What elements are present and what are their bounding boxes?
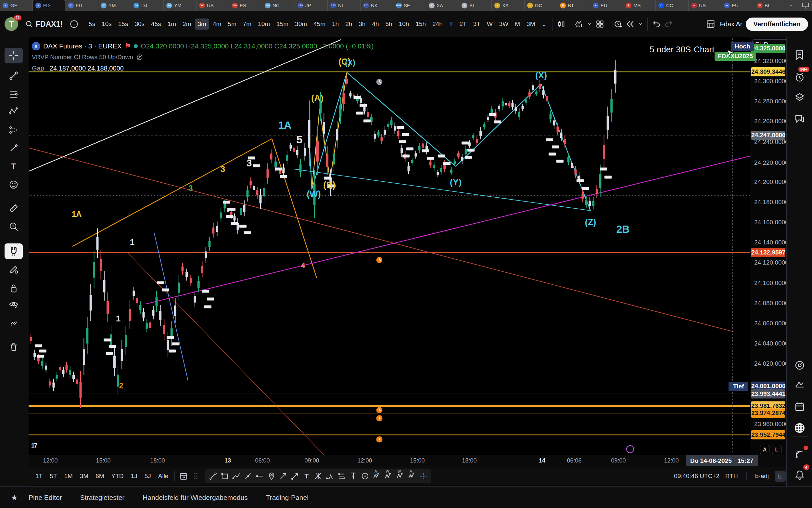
timeframe-3h[interactable]: 3h xyxy=(356,18,368,30)
timeframe-4h[interactable]: 4h xyxy=(369,18,382,30)
ruler-tool-icon[interactable] xyxy=(5,201,23,216)
timeframe-45m[interactable]: 45m xyxy=(311,18,328,30)
legend-title[interactable]: DAX Futures · 3 · EUREX xyxy=(43,42,122,50)
link-tool-icon[interactable] xyxy=(5,315,23,331)
pine-editor-tab[interactable]: Pine Editor xyxy=(29,494,62,502)
chart-plot[interactable]: (C)(X)(A)(B)(W)(X)(Y)(Z)1A2B53331A1124 X… xyxy=(29,37,751,455)
hlines-draw-icon[interactable] xyxy=(336,470,347,483)
browser-tab-fd-2[interactable]: XFD xyxy=(65,0,98,11)
timeframe-45s[interactable]: 45s xyxy=(148,18,164,30)
browser-tab-ge-0[interactable]: XGE xyxy=(0,0,33,11)
symbol-search[interactable]: FDAX1! xyxy=(25,20,63,29)
apps-panel-icon[interactable] xyxy=(791,420,808,436)
timeframe-1h[interactable]: 1h xyxy=(329,18,342,30)
browser-tab-ym-5[interactable]: 30YM xyxy=(164,0,196,11)
browser-tab-se-12[interactable]: BSESE xyxy=(393,0,426,11)
rect-draw-icon[interactable] xyxy=(219,470,231,483)
seg-draw-icon[interactable] xyxy=(207,470,219,483)
browser-tab-ni-10[interactable]: 225NI xyxy=(328,0,361,11)
chat-panel-icon[interactable] xyxy=(791,111,808,126)
arrowne-draw-icon[interactable] xyxy=(277,470,289,483)
price-scale[interactable]: EUR ⌄ AL 24.320,000024.300,000024.280,00… xyxy=(751,37,787,455)
xabcd-tool-icon[interactable] xyxy=(5,103,23,119)
broadcast-panel-icon[interactable] xyxy=(791,446,808,462)
layers-panel-icon[interactable] xyxy=(791,89,808,105)
timeframe-2h[interactable]: 2h xyxy=(342,18,355,30)
emoji-tool-icon[interactable] xyxy=(5,177,23,193)
replay-icon[interactable] xyxy=(624,18,636,30)
indicator-label[interactable]: VRVP Number Of Rows 50 Up/Down xyxy=(32,54,133,61)
timeframe-30m[interactable]: 30m xyxy=(292,18,310,30)
radar-panel-icon[interactable] xyxy=(791,357,808,373)
browser-tab-ym-3[interactable]: 30YM xyxy=(98,0,131,11)
timeframe-10h[interactable]: 10h xyxy=(396,18,412,30)
trading-field-tab[interactable]: Handelsfeld für Wiedergabemodus xyxy=(143,494,247,502)
browser-tab-bl-23[interactable]: ≋BL xyxy=(754,0,787,11)
pin-draw-icon[interactable] xyxy=(266,470,277,483)
timeframe-15s[interactable]: 15s xyxy=(115,18,131,30)
browser-tab-xa-15[interactable]: ▲XA xyxy=(492,0,525,11)
range-button-1t[interactable]: 1T xyxy=(33,471,45,481)
alarm-panel-icon[interactable]: 99+ xyxy=(791,69,808,85)
timeframe-5m[interactable]: 5m xyxy=(225,18,239,30)
browser-tab-cc-20[interactable]: CCC xyxy=(656,0,688,11)
range-button-3m[interactable]: 3M xyxy=(77,471,91,481)
trading-panel-tab[interactable]: Trading-Panel xyxy=(266,494,308,502)
seg2-draw-icon[interactable] xyxy=(242,470,254,483)
alert-add-icon[interactable] xyxy=(612,18,624,30)
text-tool-icon[interactable]: T xyxy=(5,159,23,174)
timeframe-chevron-icon[interactable]: ⌄ xyxy=(538,18,550,30)
timeframe-15m[interactable]: 15m xyxy=(274,18,291,30)
market-status-dot[interactable] xyxy=(134,44,138,48)
timeframe-30s[interactable]: 30s xyxy=(132,18,147,30)
browser-tab-dj-4[interactable]: 30DJ xyxy=(131,0,164,11)
flag-icon[interactable]: ⚑ xyxy=(125,42,131,50)
favorites-star-icon[interactable]: ★ xyxy=(0,493,29,502)
path-draw-icon[interactable] xyxy=(231,470,242,483)
vline-draw-icon[interactable] xyxy=(347,470,359,483)
hray-draw-icon[interactable] xyxy=(254,470,266,483)
adjust-label[interactable]: b-adj xyxy=(755,473,769,480)
eye-hidden-icon[interactable] xyxy=(136,54,143,61)
browser-tab-jp-9[interactable]: 225JP xyxy=(295,0,328,11)
trash-tool-icon[interactable] xyxy=(5,339,23,355)
bluecross-draw-icon[interactable] xyxy=(418,470,429,483)
calendar-panel-icon[interactable] xyxy=(791,399,808,414)
pattern-tool-ae-icon[interactable]: A E xyxy=(406,470,418,483)
browser-tab-bt-17[interactable]: ₿BT xyxy=(557,0,590,11)
range-button-1m[interactable]: 1M xyxy=(61,471,75,481)
replay-chevron-icon[interactable] xyxy=(636,18,645,30)
time-axis[interactable]: Do 14-08-2025 15:27 12:0015:0018:001306:… xyxy=(29,455,786,466)
range-button-1j[interactable]: 1J xyxy=(128,471,140,481)
browser-tab-fd-1[interactable]: XFD xyxy=(33,0,65,11)
timeframe-5h[interactable]: 5h xyxy=(383,18,395,30)
browser-tab-xa-13[interactable]: ▲XA xyxy=(426,0,459,11)
pencil-tool-icon[interactable] xyxy=(5,262,23,277)
browser-tab-eu-22[interactable]: ★EU xyxy=(721,0,754,11)
trendline-tool-icon[interactable] xyxy=(5,68,23,84)
browser-tab-us-21[interactable]: ✦US xyxy=(688,0,721,11)
range-button-5j[interactable]: 5J xyxy=(142,471,154,481)
pattern-tool-wy-icon[interactable]: W Y xyxy=(394,470,406,483)
timeframe-3m[interactable]: 3m xyxy=(195,18,209,30)
crosshair-tool-icon[interactable] xyxy=(5,48,23,64)
strategy-tester-tab[interactable]: Strategietester xyxy=(80,494,125,502)
bell-panel-icon[interactable]: 4 xyxy=(791,467,808,483)
watchlist-panel-icon[interactable] xyxy=(791,47,808,63)
timeframe-M[interactable]: M xyxy=(512,18,523,30)
trendarrow-draw-icon[interactable] xyxy=(289,470,301,483)
range-button-5t[interactable]: 5T xyxy=(47,471,60,481)
indicators-chevron-icon[interactable] xyxy=(585,18,594,30)
browser-tab-es-7[interactable]: 500ES xyxy=(229,0,262,11)
browser-tab-nc-8[interactable]: 100NC xyxy=(262,0,295,11)
timeframe-3T[interactable]: 3T xyxy=(470,18,483,30)
browser-tab-si-14[interactable]: ▲SI xyxy=(459,0,492,11)
browser-tab-ms-19[interactable]: ✳MS xyxy=(623,0,656,11)
eye-tool-icon[interactable] xyxy=(5,297,23,313)
forecast-tool-icon[interactable] xyxy=(5,122,23,138)
timeframe-15h[interactable]: 15h xyxy=(413,18,429,30)
timeframe-3W[interactable]: 3W xyxy=(496,18,512,30)
timeframe-10s[interactable]: 10s xyxy=(99,18,115,30)
candle-style-icon[interactable] xyxy=(555,18,567,30)
browser-tab-nk-11[interactable]: 225NK xyxy=(361,0,393,11)
